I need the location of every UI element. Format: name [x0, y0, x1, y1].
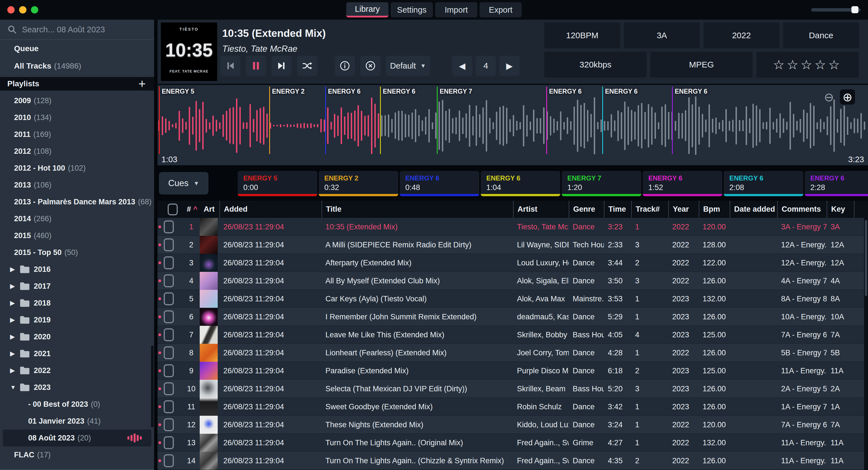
waveform-zoom-out-button[interactable]: ⊖ — [821, 90, 837, 105]
sidebar-item-2012[interactable]: 2012(108) — [0, 143, 154, 160]
track-tag-120bpm[interactable]: 120BPM — [544, 23, 620, 48]
volume-slider-thumb[interactable] — [851, 6, 859, 13]
sidebar-item-all-tracks[interactable]: All Tracks (14986) — [0, 57, 154, 75]
sidebar-item-2012-hot-100[interactable]: 2012 - Hot 100(102) — [0, 160, 154, 176]
sidebar-item-01-janvier-2023[interactable]: 01 Janvier 2023(41) — [0, 413, 154, 430]
waveform-zoom-in-button[interactable]: ⊕ — [840, 90, 855, 105]
chevron-right-icon[interactable]: ▶ — [10, 283, 20, 290]
cue-point-5[interactable]: ENERGY 71:20 — [562, 171, 641, 196]
table-scrollbar[interactable] — [864, 218, 868, 470]
sidebar-item-flac[interactable]: FLAC(17) — [0, 446, 154, 463]
sidebar-item-2013-palmar-s-dance-mars-2013[interactable]: 2013 - Palmarès Dance Mars 2013(68) — [0, 193, 154, 210]
row-checkbox[interactable] — [164, 364, 174, 377]
cue-point-8[interactable]: ENERGY 62:28 — [805, 171, 868, 196]
sidebar-item-2015-top-50[interactable]: 2015 - Top 50(50) — [0, 244, 154, 261]
column-header-added[interactable]: Added — [219, 201, 321, 218]
sidebar-item-2009[interactable]: 2009(128) — [0, 92, 154, 109]
sidebar-item-2020[interactable]: ▶2020 — [0, 328, 154, 345]
shuffle-button[interactable] — [297, 56, 317, 76]
table-row[interactable]: 1226/08/23 11:29:04These Nights (Extende… — [157, 416, 868, 434]
row-checkbox[interactable] — [164, 346, 174, 359]
close-window-button[interactable] — [7, 6, 14, 13]
table-row[interactable]: 1326/08/23 11:29:04Turn On The Lights Ag… — [157, 434, 868, 452]
table-row[interactable]: 526/08/23 11:29:04Car Keys (Ayla) (Tiest… — [157, 290, 868, 308]
volume-slider-track[interactable] — [811, 8, 861, 11]
column-header-genre[interactable]: Genre — [569, 201, 604, 218]
add-playlist-button[interactable]: + — [138, 78, 146, 90]
table-row[interactable]: 1426/08/23 11:29:04Turn On The Lights Ag… — [157, 452, 868, 470]
table-row[interactable]: 126/08/23 11:29:0410:35 (Extended Mix)Ti… — [157, 218, 868, 236]
row-checkbox[interactable] — [164, 382, 174, 395]
chevron-right-icon[interactable]: ▶ — [10, 333, 20, 340]
table-row[interactable]: 226/08/23 11:29:04A Milli (SIDEPIECE Rem… — [157, 236, 868, 254]
chevron-right-icon[interactable]: ▶ — [10, 350, 20, 357]
sidebar-item-2023[interactable]: ▼2023 — [0, 379, 154, 396]
column-header-bpm[interactable]: Bpm — [699, 201, 730, 218]
sidebar-item-2021[interactable]: ▶2021 — [0, 345, 154, 362]
row-checkbox[interactable] — [164, 292, 174, 305]
chevron-right-icon[interactable]: ▶ — [10, 367, 20, 374]
row-checkbox[interactable] — [164, 418, 174, 431]
column-header-comments[interactable]: Comments — [777, 201, 827, 218]
sidebar-item-2016[interactable]: ▶2016 — [0, 261, 154, 278]
column-header-artist[interactable]: Artist — [513, 201, 569, 218]
sidebar-item-2022[interactable]: ▶2022 — [0, 362, 154, 379]
cue-point-6[interactable]: ENERGY 61:52 — [643, 171, 722, 196]
column-header-time[interactable]: Time — [604, 201, 631, 218]
track-tag-2022[interactable]: 2022 — [704, 23, 779, 48]
clear-player-button[interactable] — [360, 56, 380, 76]
column-header-key[interactable]: Key — [827, 201, 854, 218]
track-rating[interactable]: ☆☆☆☆☆ — [756, 52, 859, 77]
sidebar-scrollbar[interactable] — [151, 346, 154, 427]
waveform-panel[interactable]: ENERGY 5ENERGY 2ENERGY 6ENERGY 6ENERGY 7… — [157, 85, 868, 165]
tab-settings[interactable]: Settings — [391, 2, 433, 18]
column-header-title[interactable]: Title — [321, 201, 513, 218]
sidebar-item-2018[interactable]: ▶2018 — [0, 295, 154, 311]
sidebar-item-00-best-of-2023[interactable]: - 00 Best of 2023(0) — [0, 396, 154, 413]
sidebar-item-2013[interactable]: 2013(106) — [0, 176, 154, 193]
table-row[interactable]: 426/08/23 11:29:04All By Myself (Extende… — [157, 272, 868, 290]
sidebar-item-08-ao-t-2023[interactable]: 08 Août 2023(20) — [3, 430, 151, 446]
pause-button[interactable] — [246, 56, 266, 76]
sidebar-item-2015[interactable]: 2015(460) — [0, 227, 154, 244]
tab-import[interactable]: Import — [435, 2, 477, 18]
track-tag-3a[interactable]: 3A — [624, 23, 700, 48]
track-info-button[interactable] — [335, 56, 355, 76]
next-list-track-button[interactable]: ▶ — [499, 56, 520, 76]
chevron-down-icon[interactable]: ▼ — [10, 384, 20, 391]
column-header-[interactable]: #^ — [183, 201, 200, 218]
search-input[interactable]: Search... 08 Août 2023 — [0, 20, 154, 40]
table-row[interactable]: 1126/08/23 11:29:04Sweet Goodbye (Extend… — [157, 398, 868, 416]
cue-point-1[interactable]: ENERGY 50:00 — [238, 171, 317, 196]
table-row[interactable]: 926/08/23 11:29:04Paradise (Extended Mix… — [157, 362, 868, 380]
track-tag-dance[interactable]: Dance — [783, 23, 859, 48]
row-checkbox[interactable] — [164, 454, 174, 467]
row-checkbox[interactable] — [164, 310, 174, 323]
sidebar-item-2010[interactable]: 2010(134) — [0, 109, 154, 126]
volume-slider[interactable] — [811, 8, 861, 11]
previous-track-button[interactable] — [220, 56, 241, 76]
row-checkbox[interactable] — [164, 256, 174, 269]
waveform-bars[interactable] — [158, 96, 868, 155]
sidebar-item-queue[interactable]: Queue — [0, 40, 154, 57]
column-header-track[interactable]: Track# — [631, 201, 668, 218]
tab-export[interactable]: Export — [479, 2, 522, 18]
column-header-year[interactable]: Year — [668, 201, 699, 218]
row-checkbox[interactable] — [164, 238, 174, 251]
column-header-art[interactable]: Art — [200, 201, 219, 218]
chevron-right-icon[interactable]: ▶ — [10, 266, 20, 273]
sidebar-item-2019[interactable]: ▶2019 — [0, 311, 154, 328]
previous-list-track-button[interactable]: ◀ — [452, 56, 472, 76]
select-all-checkbox[interactable] — [168, 203, 178, 215]
tab-library[interactable]: Library — [346, 2, 389, 18]
table-row[interactable]: 826/08/23 11:29:04Lionheart (Fearless) (… — [157, 344, 868, 362]
table-row[interactable]: 726/08/23 11:29:04Leave Me Like This (Ex… — [157, 326, 868, 344]
chevron-right-icon[interactable]: ▶ — [10, 300, 20, 306]
track-tag-320kbps[interactable]: 320kbps — [544, 52, 647, 77]
track-tag-mpeg[interactable]: MPEG — [650, 52, 753, 77]
zoom-window-button[interactable] — [31, 6, 38, 13]
cue-point-2[interactable]: ENERGY 20:32 — [319, 171, 398, 196]
cues-dropdown[interactable]: Cues ▼ — [159, 172, 209, 195]
table-row[interactable]: 626/08/23 11:29:04I Remember (John Summi… — [157, 308, 868, 326]
column-header-date-added[interactable]: Date added — [730, 201, 777, 218]
